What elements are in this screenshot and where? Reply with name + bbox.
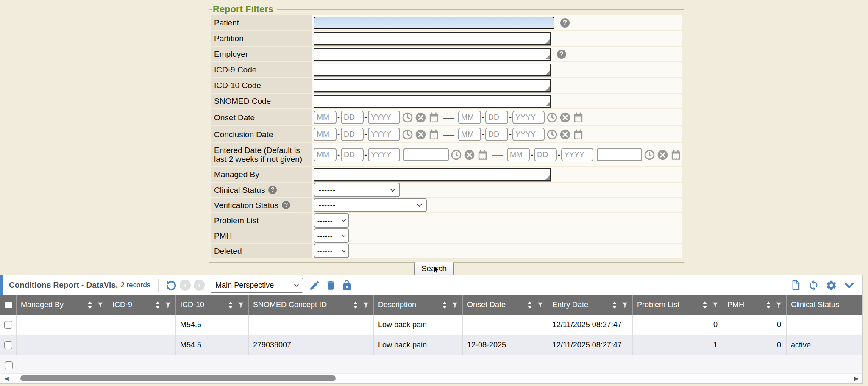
conclusion-date-to-month-input[interactable]: [458, 128, 481, 141]
clear-date-icon[interactable]: [657, 149, 668, 161]
filter-funnel-icon[interactable]: [164, 301, 172, 308]
sort-icon[interactable]: [87, 300, 93, 310]
help-icon[interactable]: ?: [268, 186, 277, 194]
column-header-problem-list[interactable]: Problem List: [633, 295, 723, 315]
lock-icon[interactable]: [341, 280, 353, 291]
filter-funnel-icon[interactable]: [537, 301, 544, 308]
clear-date-icon[interactable]: [415, 129, 426, 140]
sort-icon[interactable]: [765, 300, 771, 310]
icd-9-code-input[interactable]: [314, 64, 551, 76]
time-icon[interactable]: [402, 129, 413, 140]
conclusion-date-to-year-input[interactable]: [512, 128, 545, 141]
help-icon[interactable]: ?: [560, 18, 570, 28]
column-header-description[interactable]: Description: [374, 295, 463, 315]
nav-next-icon[interactable]: ›: [194, 280, 205, 291]
calendar-icon[interactable]: [428, 112, 440, 123]
patient-input[interactable]: [314, 17, 554, 29]
onset-date-to-year-input[interactable]: [512, 111, 545, 124]
filter-funnel-icon[interactable]: [451, 301, 459, 308]
calendar-icon[interactable]: [573, 129, 584, 140]
edit-icon[interactable]: [309, 280, 320, 291]
onset-date-to-month-input[interactable]: [458, 111, 481, 124]
row-checkbox[interactable]: [5, 361, 13, 369]
column-header-entry-date[interactable]: Entry Date: [548, 295, 633, 315]
column-header-snomed-concept-id[interactable]: SNOMED Concept ID: [249, 295, 374, 315]
clear-date-icon[interactable]: [559, 112, 571, 123]
verification-status-select[interactable]: ------: [314, 198, 427, 212]
collapse-chevron-icon[interactable]: [843, 280, 855, 291]
managed-by-input[interactable]: [314, 168, 551, 181]
time-icon[interactable]: [546, 129, 558, 140]
sort-icon[interactable]: [228, 300, 234, 310]
calendar-icon[interactable]: [477, 149, 488, 161]
undo-icon[interactable]: [165, 280, 177, 291]
partition-input[interactable]: [314, 32, 551, 45]
conclusion-date-from-year-input[interactable]: [368, 128, 400, 141]
column-header-pmh[interactable]: PMH: [723, 295, 787, 315]
sort-icon[interactable]: [442, 300, 448, 310]
conclusion-date-to-day-input[interactable]: [485, 128, 508, 141]
entered-date-from-year-input[interactable]: [368, 148, 400, 161]
time-icon[interactable]: [402, 112, 413, 123]
deleted-select[interactable]: ------: [314, 244, 349, 258]
filter-funnel-icon[interactable]: [237, 301, 245, 308]
onset-date-from-month-input[interactable]: [314, 111, 337, 124]
time-icon[interactable]: [546, 112, 558, 123]
entered-date-from-day-input[interactable]: [341, 148, 364, 161]
filter-funnel-icon[interactable]: [621, 301, 629, 308]
clinical-status-select[interactable]: ------: [314, 183, 400, 197]
sort-icon[interactable]: [612, 300, 618, 310]
onset-date-from-year-input[interactable]: [368, 111, 400, 124]
column-header-icd-10[interactable]: ICD-10: [176, 295, 249, 315]
clear-date-icon[interactable]: [415, 112, 426, 123]
help-icon[interactable]: ?: [557, 50, 566, 59]
conclusion-date-from-day-input[interactable]: [341, 128, 364, 141]
row-checkbox[interactable]: [4, 321, 12, 329]
pmh-select[interactable]: ------: [314, 228, 349, 243]
clear-date-icon[interactable]: [559, 129, 571, 140]
problem-list-select[interactable]: ------: [314, 213, 349, 228]
select-all-checkbox[interactable]: [5, 302, 12, 308]
entered-date-from-time-input[interactable]: [403, 148, 449, 161]
new-file-icon[interactable]: [790, 280, 801, 291]
perspective-select[interactable]: Main Perspective: [211, 278, 303, 293]
calendar-icon[interactable]: [573, 112, 584, 123]
entered-date-to-year-input[interactable]: [561, 148, 593, 161]
clear-date-icon[interactable]: [464, 149, 475, 161]
scroll-left-icon[interactable]: ◀: [4, 375, 9, 382]
scrollbar-thumb[interactable]: [20, 375, 336, 381]
sort-icon[interactable]: [702, 300, 708, 310]
filter-funnel-icon[interactable]: [362, 301, 370, 308]
sort-icon[interactable]: [353, 300, 359, 310]
entered-date-from-month-input[interactable]: [314, 148, 337, 161]
scroll-right-icon[interactable]: ▶: [854, 375, 859, 382]
horizontal-scrollbar[interactable]: ◀ ▶: [1, 373, 862, 383]
column-header-onset-date[interactable]: Onset Date: [463, 295, 548, 315]
filter-funnel-icon[interactable]: [712, 301, 719, 308]
snomed-code-input[interactable]: [314, 95, 551, 108]
help-icon[interactable]: ?: [282, 201, 290, 209]
entered-date-to-time-input[interactable]: [597, 148, 642, 161]
nav-prev-icon[interactable]: ‹: [180, 280, 191, 291]
column-header-icd-9[interactable]: ICD-9: [108, 295, 176, 315]
entered-date-to-month-input[interactable]: [507, 148, 530, 161]
entered-date-to-day-input[interactable]: [534, 148, 557, 161]
time-icon[interactable]: [644, 149, 655, 161]
row-checkbox[interactable]: [4, 341, 12, 349]
onset-date-to-day-input[interactable]: [485, 111, 508, 124]
employer-input[interactable]: [314, 48, 551, 61]
calendar-icon[interactable]: [428, 129, 440, 140]
filter-funnel-icon[interactable]: [97, 301, 104, 308]
sort-icon[interactable]: [155, 300, 161, 310]
filter-funnel-icon[interactable]: [775, 301, 782, 308]
time-icon[interactable]: [451, 149, 462, 161]
settings-gear-icon[interactable]: [826, 280, 837, 291]
icd-10-code-input[interactable]: [314, 79, 551, 92]
column-header-managed-by[interactable]: Managed By: [17, 295, 108, 315]
refresh-icon[interactable]: [808, 280, 819, 291]
onset-date-from-day-input[interactable]: [341, 111, 364, 124]
conclusion-date-from-month-input[interactable]: [314, 128, 337, 141]
calendar-icon[interactable]: [670, 149, 682, 161]
sort-icon[interactable]: [527, 300, 533, 310]
delete-icon[interactable]: [325, 280, 337, 291]
